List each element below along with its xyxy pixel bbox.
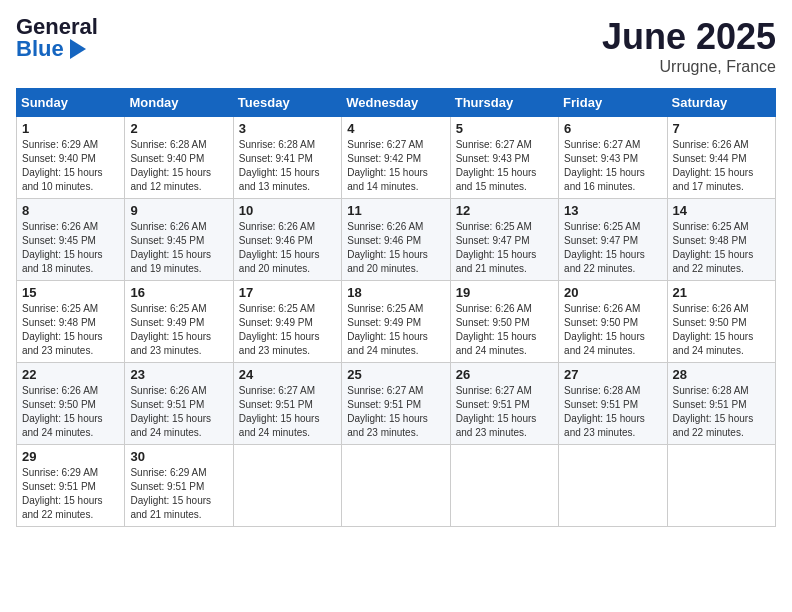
logo: General Blue xyxy=(16,16,98,60)
sunrise-text: Sunrise: 6:27 AM xyxy=(456,139,532,150)
day-info: Sunrise: 6:27 AM Sunset: 9:51 PM Dayligh… xyxy=(456,384,553,440)
daylight-text: Daylight: 15 hours and 23 minutes. xyxy=(347,413,428,438)
day-info: Sunrise: 6:28 AM Sunset: 9:41 PM Dayligh… xyxy=(239,138,336,194)
sunrise-text: Sunrise: 6:25 AM xyxy=(673,221,749,232)
sunrise-text: Sunrise: 6:27 AM xyxy=(456,385,532,396)
sunset-text: Sunset: 9:40 PM xyxy=(130,153,204,164)
daylight-text: Daylight: 15 hours and 21 minutes. xyxy=(456,249,537,274)
day-info: Sunrise: 6:25 AM Sunset: 9:48 PM Dayligh… xyxy=(22,302,119,358)
sunset-text: Sunset: 9:50 PM xyxy=(456,317,530,328)
day-info: Sunrise: 6:25 AM Sunset: 9:47 PM Dayligh… xyxy=(456,220,553,276)
day-number: 9 xyxy=(130,203,227,218)
daylight-text: Daylight: 15 hours and 12 minutes. xyxy=(130,167,211,192)
day-number: 3 xyxy=(239,121,336,136)
daylight-text: Daylight: 15 hours and 24 minutes. xyxy=(673,331,754,356)
daylight-text: Daylight: 15 hours and 22 minutes. xyxy=(673,413,754,438)
sunrise-text: Sunrise: 6:25 AM xyxy=(347,303,423,314)
day-number: 26 xyxy=(456,367,553,382)
daylight-text: Daylight: 15 hours and 20 minutes. xyxy=(347,249,428,274)
day-number: 22 xyxy=(22,367,119,382)
day-number: 14 xyxy=(673,203,770,218)
daylight-text: Daylight: 15 hours and 17 minutes. xyxy=(673,167,754,192)
sunrise-text: Sunrise: 6:26 AM xyxy=(347,221,423,232)
day-number: 8 xyxy=(22,203,119,218)
sunrise-text: Sunrise: 6:27 AM xyxy=(347,139,423,150)
calendar-cell: 10 Sunrise: 6:26 AM Sunset: 9:46 PM Dayl… xyxy=(233,199,341,281)
sunset-text: Sunset: 9:51 PM xyxy=(456,399,530,410)
calendar-cell: 24 Sunrise: 6:27 AM Sunset: 9:51 PM Dayl… xyxy=(233,363,341,445)
weekday-header-monday: Monday xyxy=(125,89,233,117)
day-number: 1 xyxy=(22,121,119,136)
sunrise-text: Sunrise: 6:26 AM xyxy=(130,385,206,396)
day-info: Sunrise: 6:29 AM Sunset: 9:51 PM Dayligh… xyxy=(130,466,227,522)
calendar-week-row: 8 Sunrise: 6:26 AM Sunset: 9:45 PM Dayli… xyxy=(17,199,776,281)
sunset-text: Sunset: 9:47 PM xyxy=(564,235,638,246)
daylight-text: Daylight: 15 hours and 23 minutes. xyxy=(456,413,537,438)
sunset-text: Sunset: 9:47 PM xyxy=(456,235,530,246)
calendar-cell: 28 Sunrise: 6:28 AM Sunset: 9:51 PM Dayl… xyxy=(667,363,775,445)
daylight-text: Daylight: 15 hours and 24 minutes. xyxy=(456,331,537,356)
sunrise-text: Sunrise: 6:26 AM xyxy=(673,139,749,150)
day-info: Sunrise: 6:25 AM Sunset: 9:47 PM Dayligh… xyxy=(564,220,661,276)
calendar-cell: 5 Sunrise: 6:27 AM Sunset: 9:43 PM Dayli… xyxy=(450,117,558,199)
calendar-cell: 12 Sunrise: 6:25 AM Sunset: 9:47 PM Dayl… xyxy=(450,199,558,281)
sunrise-text: Sunrise: 6:28 AM xyxy=(673,385,749,396)
day-info: Sunrise: 6:26 AM Sunset: 9:46 PM Dayligh… xyxy=(347,220,444,276)
day-number: 17 xyxy=(239,285,336,300)
sunset-text: Sunset: 9:45 PM xyxy=(130,235,204,246)
title-block: June 2025 Urrugne, France xyxy=(602,16,776,76)
day-number: 21 xyxy=(673,285,770,300)
weekday-header-friday: Friday xyxy=(559,89,667,117)
sunset-text: Sunset: 9:42 PM xyxy=(347,153,421,164)
daylight-text: Daylight: 15 hours and 24 minutes. xyxy=(22,413,103,438)
sunset-text: Sunset: 9:48 PM xyxy=(22,317,96,328)
sunset-text: Sunset: 9:41 PM xyxy=(239,153,313,164)
sunset-text: Sunset: 9:46 PM xyxy=(239,235,313,246)
sunrise-text: Sunrise: 6:28 AM xyxy=(239,139,315,150)
daylight-text: Daylight: 15 hours and 24 minutes. xyxy=(564,331,645,356)
daylight-text: Daylight: 15 hours and 13 minutes. xyxy=(239,167,320,192)
day-number: 24 xyxy=(239,367,336,382)
daylight-text: Daylight: 15 hours and 24 minutes. xyxy=(239,413,320,438)
day-info: Sunrise: 6:26 AM Sunset: 9:50 PM Dayligh… xyxy=(673,302,770,358)
sunrise-text: Sunrise: 6:27 AM xyxy=(239,385,315,396)
calendar-cell: 6 Sunrise: 6:27 AM Sunset: 9:43 PM Dayli… xyxy=(559,117,667,199)
day-number: 25 xyxy=(347,367,444,382)
day-info: Sunrise: 6:26 AM Sunset: 9:50 PM Dayligh… xyxy=(22,384,119,440)
day-number: 13 xyxy=(564,203,661,218)
day-number: 18 xyxy=(347,285,444,300)
location: Urrugne, France xyxy=(602,58,776,76)
sunset-text: Sunset: 9:51 PM xyxy=(130,399,204,410)
sunrise-text: Sunrise: 6:25 AM xyxy=(22,303,98,314)
logo-triangle-icon xyxy=(70,39,86,59)
daylight-text: Daylight: 15 hours and 22 minutes. xyxy=(564,249,645,274)
day-info: Sunrise: 6:27 AM Sunset: 9:42 PM Dayligh… xyxy=(347,138,444,194)
sunset-text: Sunset: 9:49 PM xyxy=(130,317,204,328)
day-number: 12 xyxy=(456,203,553,218)
sunset-text: Sunset: 9:50 PM xyxy=(564,317,638,328)
sunrise-text: Sunrise: 6:26 AM xyxy=(22,221,98,232)
day-number: 30 xyxy=(130,449,227,464)
day-info: Sunrise: 6:27 AM Sunset: 9:43 PM Dayligh… xyxy=(456,138,553,194)
weekday-header-row: SundayMondayTuesdayWednesdayThursdayFrid… xyxy=(17,89,776,117)
day-number: 7 xyxy=(673,121,770,136)
page-header: General Blue June 2025 Urrugne, France xyxy=(16,16,776,76)
sunrise-text: Sunrise: 6:26 AM xyxy=(239,221,315,232)
daylight-text: Daylight: 15 hours and 10 minutes. xyxy=(22,167,103,192)
weekday-header-wednesday: Wednesday xyxy=(342,89,450,117)
sunrise-text: Sunrise: 6:25 AM xyxy=(456,221,532,232)
calendar-cell: 27 Sunrise: 6:28 AM Sunset: 9:51 PM Dayl… xyxy=(559,363,667,445)
calendar-cell: 7 Sunrise: 6:26 AM Sunset: 9:44 PM Dayli… xyxy=(667,117,775,199)
calendar-week-row: 15 Sunrise: 6:25 AM Sunset: 9:48 PM Dayl… xyxy=(17,281,776,363)
sunrise-text: Sunrise: 6:28 AM xyxy=(564,385,640,396)
calendar-cell: 17 Sunrise: 6:25 AM Sunset: 9:49 PM Dayl… xyxy=(233,281,341,363)
day-number: 23 xyxy=(130,367,227,382)
day-info: Sunrise: 6:27 AM Sunset: 9:51 PM Dayligh… xyxy=(347,384,444,440)
day-number: 19 xyxy=(456,285,553,300)
day-info: Sunrise: 6:28 AM Sunset: 9:51 PM Dayligh… xyxy=(673,384,770,440)
daylight-text: Daylight: 15 hours and 23 minutes. xyxy=(130,331,211,356)
day-info: Sunrise: 6:25 AM Sunset: 9:49 PM Dayligh… xyxy=(239,302,336,358)
daylight-text: Daylight: 15 hours and 23 minutes. xyxy=(564,413,645,438)
day-info: Sunrise: 6:27 AM Sunset: 9:51 PM Dayligh… xyxy=(239,384,336,440)
sunset-text: Sunset: 9:49 PM xyxy=(347,317,421,328)
